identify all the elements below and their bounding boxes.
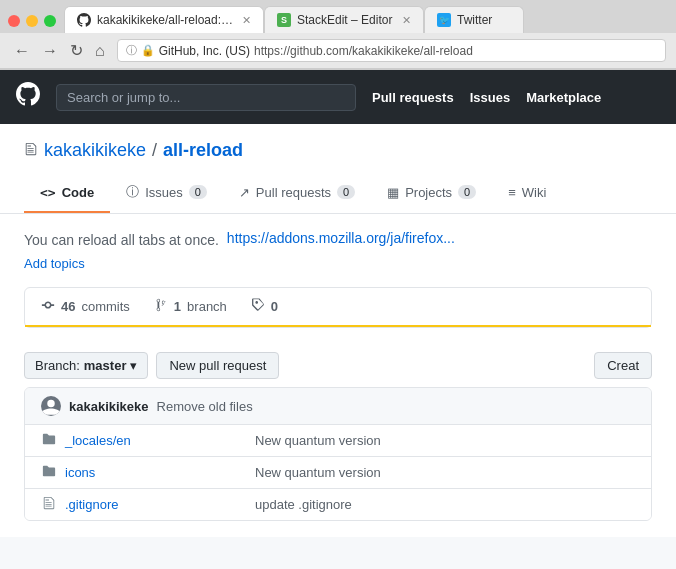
browser-toolbar: ← → ↻ ⌂ ⓘ 🔒 GitHub, Inc. (US) https://gi… bbox=[0, 33, 676, 69]
repo-separator: / bbox=[152, 140, 157, 161]
wiki-tab-label: Wiki bbox=[522, 185, 547, 200]
projects-tab-icon: ▦ bbox=[387, 185, 399, 200]
org-name: GitHub, Inc. (US) bbox=[159, 44, 250, 58]
commits-label: commits bbox=[81, 299, 129, 314]
home-button[interactable]: ⌂ bbox=[91, 39, 109, 62]
search-container bbox=[56, 84, 356, 111]
github-tab-title: kakakikikeke/all-reload: You ca bbox=[97, 13, 236, 27]
branch-selector[interactable]: Branch: master ▾ bbox=[24, 352, 148, 379]
tab-issues[interactable]: ⓘ Issues 0 bbox=[110, 173, 223, 213]
create-button[interactable]: Creat bbox=[594, 352, 652, 379]
repo-name-link[interactable]: all-reload bbox=[163, 140, 243, 161]
tags-count: 0 bbox=[271, 299, 278, 314]
pull-requests-nav-link[interactable]: Pull requests bbox=[372, 90, 454, 105]
browser-chrome: kakakikikeke/all-reload: You ca ✕ S Stac… bbox=[0, 0, 676, 70]
file-name-locales[interactable]: _locales/en bbox=[65, 433, 255, 448]
search-input[interactable] bbox=[56, 84, 356, 111]
nav-buttons: ← → ↻ ⌂ bbox=[10, 39, 109, 62]
branch-label: Branch: bbox=[35, 358, 80, 373]
github-navbar: Pull requests Issues Marketplace bbox=[0, 70, 676, 124]
twitter-favicon: 🐦 bbox=[437, 13, 451, 27]
forward-button[interactable]: → bbox=[38, 39, 62, 62]
tab-wiki[interactable]: ≡ Wiki bbox=[492, 173, 562, 213]
issues-nav-link[interactable]: Issues bbox=[470, 90, 510, 105]
tab-bar: kakakikikeke/all-reload: You ca ✕ S Stac… bbox=[0, 0, 676, 33]
github-tab-close[interactable]: ✕ bbox=[242, 14, 251, 27]
close-window-btn[interactable] bbox=[8, 15, 20, 27]
issues-tab-icon: ⓘ bbox=[126, 183, 139, 201]
tab-projects[interactable]: ▦ Projects 0 bbox=[371, 173, 492, 213]
committer-username[interactable]: kakakikikeke bbox=[69, 399, 149, 414]
github-logo[interactable] bbox=[16, 82, 40, 112]
repo-description-row: You can reload all tabs at once. https:/… bbox=[24, 230, 652, 251]
latest-commit-row: kakakikikeke Remove old files bbox=[25, 388, 651, 425]
tab-stackedit[interactable]: S StackEdit – Editor ✕ bbox=[264, 6, 424, 33]
marketplace-nav-link[interactable]: Marketplace bbox=[526, 90, 601, 105]
branches-count: 1 bbox=[174, 299, 181, 314]
repo-header: kakakikikeke / all-reload <> Code ⓘ Issu… bbox=[0, 124, 676, 214]
pr-tab-label: Pull requests bbox=[256, 185, 331, 200]
code-tab-label: Code bbox=[62, 185, 95, 200]
stats-bar: 46 commits 1 branch 0 bbox=[24, 287, 652, 328]
address-bar[interactable]: ⓘ 🔒 GitHub, Inc. (US) https://github.com… bbox=[117, 39, 666, 62]
branch-row: Branch: master ▾ New pull request Creat bbox=[24, 344, 652, 387]
committer-avatar bbox=[41, 396, 61, 416]
commits-count: 46 bbox=[61, 299, 75, 314]
projects-badge: 0 bbox=[458, 185, 476, 199]
add-topics-link[interactable]: Add topics bbox=[24, 256, 85, 271]
repo-content: You can reload all tabs at once. https:/… bbox=[0, 214, 676, 537]
nav-links: Pull requests Issues Marketplace bbox=[372, 90, 601, 105]
window-controls bbox=[0, 15, 64, 33]
new-pull-request-button[interactable]: New pull request bbox=[156, 352, 279, 379]
stackedit-tab-title: StackEdit – Editor bbox=[297, 13, 396, 27]
file-commit-locales: New quantum version bbox=[255, 433, 635, 448]
tab-github[interactable]: kakakikikeke/all-reload: You ca ✕ bbox=[64, 6, 264, 33]
security-info-icon: ⓘ bbox=[126, 43, 137, 58]
pr-badge: 0 bbox=[337, 185, 355, 199]
tags-stat[interactable]: 0 bbox=[251, 298, 278, 315]
breadcrumb: kakakikikeke / all-reload bbox=[24, 140, 652, 161]
stats-inner: 46 commits 1 branch 0 bbox=[25, 288, 651, 327]
folder-icon bbox=[41, 464, 57, 481]
commits-icon bbox=[41, 298, 55, 315]
refresh-button[interactable]: ↻ bbox=[66, 39, 87, 62]
tab-twitter[interactable]: 🐦 Twitter bbox=[424, 6, 524, 33]
file-commit-icons: New quantum version bbox=[255, 465, 635, 480]
branch-value: master bbox=[84, 358, 127, 373]
file-name-icons[interactable]: icons bbox=[65, 465, 255, 480]
tab-code[interactable]: <> Code bbox=[24, 173, 110, 213]
commit-message: Remove old files bbox=[157, 399, 253, 414]
url-text: https://github.com/kakakikikeke/all-relo… bbox=[254, 44, 657, 58]
lock-icon: 🔒 bbox=[141, 44, 155, 57]
code-tab-icon: <> bbox=[40, 185, 56, 200]
projects-tab-label: Projects bbox=[405, 185, 452, 200]
twitter-tab-title: Twitter bbox=[457, 13, 511, 27]
repo-description-link[interactable]: https://addons.mozilla.org/ja/firefox... bbox=[227, 230, 455, 246]
issues-badge: 0 bbox=[189, 185, 207, 199]
wiki-tab-icon: ≡ bbox=[508, 185, 516, 200]
back-button[interactable]: ← bbox=[10, 39, 34, 62]
maximize-window-btn[interactable] bbox=[44, 15, 56, 27]
tab-pull-requests[interactable]: ↗ Pull requests 0 bbox=[223, 173, 371, 213]
repo-type-icon bbox=[24, 142, 38, 159]
minimize-window-btn[interactable] bbox=[26, 15, 38, 27]
commits-stat[interactable]: 46 commits bbox=[41, 298, 130, 315]
stackedit-favicon: S bbox=[277, 13, 291, 27]
pr-tab-icon: ↗ bbox=[239, 185, 250, 200]
branches-stat[interactable]: 1 branch bbox=[154, 298, 227, 315]
repo-description: You can reload all tabs at once. bbox=[24, 230, 219, 251]
file-commit-gitignore: update .gitignore bbox=[255, 497, 635, 512]
file-row: .gitignore update .gitignore bbox=[25, 489, 651, 520]
file-table: kakakikikeke Remove old files _locales/e… bbox=[24, 387, 652, 521]
repo-owner-link[interactable]: kakakikikeke bbox=[44, 140, 146, 161]
branches-label: branch bbox=[187, 299, 227, 314]
tags-icon bbox=[251, 298, 265, 315]
folder-icon bbox=[41, 432, 57, 449]
branch-chevron-icon: ▾ bbox=[130, 358, 137, 373]
file-row: _locales/en New quantum version bbox=[25, 425, 651, 457]
stackedit-tab-close[interactable]: ✕ bbox=[402, 14, 411, 27]
file-name-gitignore[interactable]: .gitignore bbox=[65, 497, 255, 512]
issues-tab-label: Issues bbox=[145, 185, 183, 200]
file-icon bbox=[41, 496, 57, 513]
file-row: icons New quantum version bbox=[25, 457, 651, 489]
